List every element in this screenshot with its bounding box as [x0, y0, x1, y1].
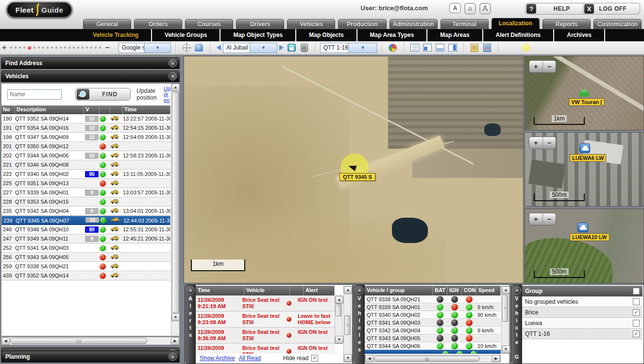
zoom-slider-dot[interactable]	[77, 47, 79, 49]
vehicle-row[interactable]: 247QTT 9349 SA 09QH11912:45:21 2009-11-3…	[1, 234, 170, 243]
group-checkbox[interactable]: ✓	[633, 309, 640, 316]
layout-right-panel-icon[interactable]	[448, 43, 458, 52]
find-button[interactable]: FIND	[75, 88, 131, 101]
col-no[interactable]: No	[1, 105, 15, 114]
zoom-slider-dot[interactable]	[73, 47, 75, 49]
update-link[interactable]: po	[164, 97, 170, 103]
zoom-slider-dot[interactable]	[95, 47, 97, 49]
vehicle-row[interactable]: 202QTT 9344 SA 09QH061012:58:23 2009-11-…	[1, 151, 170, 160]
find-address-header[interactable]: Find Address »	[1, 57, 180, 69]
status-row[interactable]: QTT 9339 SA 09QH019 km/h	[365, 303, 501, 311]
vehicle-row[interactable]: 256QTT 9343 SA 09QH05	[1, 253, 170, 262]
layout-refresh-icon[interactable]	[435, 43, 445, 52]
group-checkbox[interactable]	[633, 298, 640, 305]
zoom-slider[interactable]	[10, 46, 101, 50]
vehicle-row[interactable]: 198QTT 9347 SA 09QH091012:54:09 2009-11-…	[1, 133, 170, 142]
status-vscrollbar[interactable]: ▲ ≡ ▼	[501, 286, 509, 354]
vehicle-row[interactable]: 190QTT 9352 SA 09QH141013:22:57 2009-11-…	[1, 114, 170, 123]
scroll-up-icon[interactable]: ▲	[502, 286, 510, 294]
zoom-slider-dot[interactable]	[38, 47, 40, 49]
tab-general[interactable]: General	[83, 19, 131, 29]
chevron-down-icon[interactable]: ▼	[250, 43, 277, 52]
map-type-select[interactable]: Google satellite ▼	[119, 43, 171, 53]
zoom-slider-dot[interactable]	[47, 47, 49, 49]
vehicle-row[interactable]: 439QTT 9352 SA 09QH14	[1, 271, 170, 280]
tab-localization[interactable]: Localization	[491, 18, 540, 29]
alerts-panel-scrollbar[interactable]: ▲ ≡ ▼	[343, 286, 351, 363]
vehicle-table-hscrollbar[interactable]: ◀ |||| ▶	[1, 337, 180, 345]
vehicle-row[interactable]: 225QTT 9351 SA 09QH13	[1, 179, 170, 188]
zoom-slider-dot[interactable]	[60, 47, 62, 49]
col-description[interactable]: Description	[15, 105, 84, 114]
status-partial-row[interactable]	[365, 350, 501, 354]
list-settings-icon[interactable]	[410, 43, 420, 52]
chevron-down-icon[interactable]: ▼	[348, 43, 377, 52]
subnav-map-area-types[interactable]: Map Area Types	[357, 29, 428, 41]
next-city-icon[interactable]	[279, 45, 284, 51]
zoom-slider-handle[interactable]	[28, 46, 31, 50]
update-link[interactable]: Up	[164, 86, 170, 91]
font-medium-button[interactable]: A	[464, 3, 476, 15]
vehicle-row[interactable]: 228QTT 9353 SA 09QH15	[1, 197, 170, 207]
zoom-slider-dot[interactable]	[86, 47, 88, 49]
minimap-1[interactable]: +− VW Touran [ 1km	[525, 56, 644, 130]
chevron-right-icon[interactable]: »	[356, 286, 364, 295]
status-row[interactable]: QTT 9342 SA 09QH049 km/h	[365, 327, 501, 334]
chevron-down-icon[interactable]: »	[169, 72, 177, 81]
col-con[interactable]: CON	[462, 286, 476, 295]
zoom-out-icon[interactable]: −	[543, 137, 556, 149]
chevron-down-icon[interactable]: ▼	[144, 43, 170, 52]
alert-row[interactable]: 11/26/20099:23:08 AMBrice Seat test STII…	[196, 312, 335, 328]
chevron-right-icon[interactable]: »	[513, 286, 521, 295]
alert-row[interactable]: 11/26/20099:36:09 AMBrice Seat test STII…	[196, 328, 335, 344]
subnav-vehicle-tracking[interactable]: Vehicle Tracking	[79, 29, 152, 41]
vehicle-name-input[interactable]	[7, 89, 62, 100]
col-speed[interactable]: Speed	[476, 286, 501, 295]
zoom-in-icon[interactable]: +	[529, 61, 543, 72]
export-doc-icon[interactable]	[482, 43, 492, 52]
status-row[interactable]: QTT 9344 SA 09QH0610 km/h	[365, 342, 501, 350]
vehicle-row[interactable]: 246QTT 9348 SA 09QH108912:55:31 2009-11-…	[1, 225, 170, 234]
minimap-label[interactable]: VW Touran [	[569, 98, 605, 106]
minimap-2[interactable]: +− LUEWA6 LW 500m	[525, 132, 644, 207]
tab-terminal[interactable]: Terminal	[441, 19, 489, 29]
scroll-down-icon[interactable]: ▼	[171, 313, 180, 321]
vehicle-row[interactable]: 222QTT 9340 SA 09QH029013:11:05 2009-11-…	[1, 170, 170, 179]
blue-car-sign-icon[interactable]	[577, 223, 588, 232]
zoom-slider-dot[interactable]	[34, 47, 35, 49]
prev-city-icon[interactable]	[217, 45, 221, 51]
vehicle-row[interactable]: 227QTT 9339 SA 09QH01913:03:57 2009-11-3…	[1, 188, 170, 197]
tab-administration[interactable]: Administration	[390, 19, 438, 29]
subnav-map-object-types[interactable]: Map Object Types	[220, 29, 296, 41]
zoom-slider-dot[interactable]	[19, 47, 21, 49]
scroll-down-icon[interactable]: ▼	[344, 354, 352, 362]
zoom-out-icon[interactable]: −	[543, 213, 556, 225]
scroll-down-icon[interactable]: ▼	[502, 346, 510, 353]
subnav-alert-definitions[interactable]: Alert Definitions	[483, 29, 555, 41]
alert-row[interactable]: 11/26/2009Brice Seat test STIIIIGN ON te…	[196, 344, 335, 355]
zoom-slider-dot[interactable]	[99, 47, 101, 49]
vehicle-groups-tab-strip[interactable]: » Vehicle G	[511, 285, 522, 364]
vehicle-row[interactable]: 191QTT 9354 SA 09QH161012:54:15 2009-11-…	[1, 123, 170, 133]
alerts-inner-scrollbar[interactable]: ▲ ≡ ▼	[335, 295, 342, 344]
zoom-out-icon[interactable]: −	[103, 43, 111, 52]
update-link[interactable]: gr	[164, 91, 170, 97]
subnav-map-areas[interactable]: Map Areas	[427, 29, 483, 41]
col-vehicle-group[interactable]: Vehicle / group	[365, 286, 433, 295]
alerts-tab-strip[interactable]: » Alerts	[185, 285, 196, 364]
vehicle-table-vscrollbar[interactable]: ▲ ▼	[171, 84, 179, 336]
col-time[interactable]: Time	[123, 105, 170, 114]
pan-hand-icon[interactable]	[194, 43, 204, 52]
zoom-slider-dot[interactable]	[68, 47, 70, 49]
zoom-slider-dot[interactable]	[51, 47, 53, 49]
minimap-3[interactable]: +− LUEWA10 LW 500m	[525, 208, 644, 283]
subnav-map-objects[interactable]: Map Objects	[296, 29, 357, 41]
tab-customization[interactable]: Customization	[593, 19, 642, 29]
select-all-checkbox[interactable]	[633, 288, 640, 295]
col-time[interactable]: Time	[196, 286, 244, 295]
city-select[interactable]: Al Jubail ▼	[223, 43, 277, 53]
chevron-right-icon[interactable]: »	[169, 353, 177, 361]
chevron-right-icon[interactable]: »	[186, 286, 195, 295]
scroll-down-icon[interactable]: ▼	[335, 336, 343, 344]
status-hscrollbar[interactable]: ◀ |||| ▶	[365, 355, 501, 363]
